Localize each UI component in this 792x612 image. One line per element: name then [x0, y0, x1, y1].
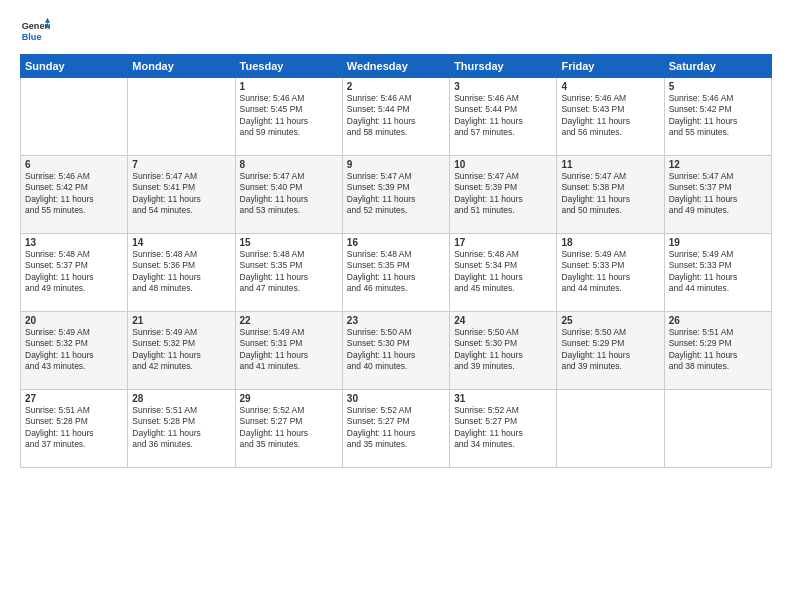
cell-content: Sunrise: 5:50 AM Sunset: 5:30 PM Dayligh…: [347, 327, 445, 373]
calendar-cell: 18Sunrise: 5:49 AM Sunset: 5:33 PM Dayli…: [557, 234, 664, 312]
calendar-week-3: 13Sunrise: 5:48 AM Sunset: 5:37 PM Dayli…: [21, 234, 772, 312]
calendar-cell: [664, 390, 771, 468]
cell-content: Sunrise: 5:46 AM Sunset: 5:43 PM Dayligh…: [561, 93, 659, 139]
cell-content: Sunrise: 5:48 AM Sunset: 5:35 PM Dayligh…: [240, 249, 338, 295]
cell-content: Sunrise: 5:47 AM Sunset: 5:39 PM Dayligh…: [347, 171, 445, 217]
cell-content: Sunrise: 5:49 AM Sunset: 5:32 PM Dayligh…: [25, 327, 123, 373]
day-number: 10: [454, 159, 552, 170]
day-number: 13: [25, 237, 123, 248]
calendar-cell: 28Sunrise: 5:51 AM Sunset: 5:28 PM Dayli…: [128, 390, 235, 468]
calendar-cell: 30Sunrise: 5:52 AM Sunset: 5:27 PM Dayli…: [342, 390, 449, 468]
calendar-cell: 2Sunrise: 5:46 AM Sunset: 5:44 PM Daylig…: [342, 78, 449, 156]
weekday-header-friday: Friday: [557, 55, 664, 78]
cell-content: Sunrise: 5:49 AM Sunset: 5:33 PM Dayligh…: [669, 249, 767, 295]
cell-content: Sunrise: 5:46 AM Sunset: 5:45 PM Dayligh…: [240, 93, 338, 139]
cell-content: Sunrise: 5:47 AM Sunset: 5:38 PM Dayligh…: [561, 171, 659, 217]
calendar-cell: 15Sunrise: 5:48 AM Sunset: 5:35 PM Dayli…: [235, 234, 342, 312]
day-number: 3: [454, 81, 552, 92]
day-number: 18: [561, 237, 659, 248]
calendar-cell: 21Sunrise: 5:49 AM Sunset: 5:32 PM Dayli…: [128, 312, 235, 390]
svg-marker-3: [45, 18, 50, 23]
day-number: 16: [347, 237, 445, 248]
day-number: 15: [240, 237, 338, 248]
weekday-header-thursday: Thursday: [450, 55, 557, 78]
cell-content: Sunrise: 5:50 AM Sunset: 5:30 PM Dayligh…: [454, 327, 552, 373]
day-number: 7: [132, 159, 230, 170]
calendar-week-5: 27Sunrise: 5:51 AM Sunset: 5:28 PM Dayli…: [21, 390, 772, 468]
calendar-cell: 4Sunrise: 5:46 AM Sunset: 5:43 PM Daylig…: [557, 78, 664, 156]
cell-content: Sunrise: 5:52 AM Sunset: 5:27 PM Dayligh…: [347, 405, 445, 451]
cell-content: Sunrise: 5:50 AM Sunset: 5:29 PM Dayligh…: [561, 327, 659, 373]
cell-content: Sunrise: 5:48 AM Sunset: 5:37 PM Dayligh…: [25, 249, 123, 295]
day-number: 1: [240, 81, 338, 92]
page-header: General Blue: [20, 16, 772, 46]
cell-content: Sunrise: 5:48 AM Sunset: 5:35 PM Dayligh…: [347, 249, 445, 295]
day-number: 31: [454, 393, 552, 404]
weekday-header-wednesday: Wednesday: [342, 55, 449, 78]
day-number: 14: [132, 237, 230, 248]
day-number: 25: [561, 315, 659, 326]
calendar-cell: 14Sunrise: 5:48 AM Sunset: 5:36 PM Dayli…: [128, 234, 235, 312]
calendar-cell: 10Sunrise: 5:47 AM Sunset: 5:39 PM Dayli…: [450, 156, 557, 234]
cell-content: Sunrise: 5:49 AM Sunset: 5:31 PM Dayligh…: [240, 327, 338, 373]
day-number: 19: [669, 237, 767, 248]
cell-content: Sunrise: 5:47 AM Sunset: 5:41 PM Dayligh…: [132, 171, 230, 217]
calendar-week-1: 1Sunrise: 5:46 AM Sunset: 5:45 PM Daylig…: [21, 78, 772, 156]
cell-content: Sunrise: 5:51 AM Sunset: 5:28 PM Dayligh…: [25, 405, 123, 451]
day-number: 11: [561, 159, 659, 170]
calendar-table: SundayMondayTuesdayWednesdayThursdayFrid…: [20, 54, 772, 468]
day-number: 26: [669, 315, 767, 326]
weekday-header-saturday: Saturday: [664, 55, 771, 78]
logo: General Blue: [20, 16, 50, 46]
day-number: 21: [132, 315, 230, 326]
calendar-cell: [21, 78, 128, 156]
header-row: SundayMondayTuesdayWednesdayThursdayFrid…: [21, 55, 772, 78]
cell-content: Sunrise: 5:51 AM Sunset: 5:29 PM Dayligh…: [669, 327, 767, 373]
calendar-header: SundayMondayTuesdayWednesdayThursdayFrid…: [21, 55, 772, 78]
day-number: 24: [454, 315, 552, 326]
cell-content: Sunrise: 5:52 AM Sunset: 5:27 PM Dayligh…: [454, 405, 552, 451]
cell-content: Sunrise: 5:48 AM Sunset: 5:36 PM Dayligh…: [132, 249, 230, 295]
weekday-header-sunday: Sunday: [21, 55, 128, 78]
cell-content: Sunrise: 5:47 AM Sunset: 5:37 PM Dayligh…: [669, 171, 767, 217]
cell-content: Sunrise: 5:46 AM Sunset: 5:42 PM Dayligh…: [25, 171, 123, 217]
cell-content: Sunrise: 5:47 AM Sunset: 5:40 PM Dayligh…: [240, 171, 338, 217]
calendar-cell: 17Sunrise: 5:48 AM Sunset: 5:34 PM Dayli…: [450, 234, 557, 312]
calendar-cell: 22Sunrise: 5:49 AM Sunset: 5:31 PM Dayli…: [235, 312, 342, 390]
cell-content: Sunrise: 5:49 AM Sunset: 5:32 PM Dayligh…: [132, 327, 230, 373]
day-number: 8: [240, 159, 338, 170]
calendar-cell: 26Sunrise: 5:51 AM Sunset: 5:29 PM Dayli…: [664, 312, 771, 390]
cell-content: Sunrise: 5:46 AM Sunset: 5:44 PM Dayligh…: [347, 93, 445, 139]
day-number: 27: [25, 393, 123, 404]
calendar-cell: [128, 78, 235, 156]
day-number: 9: [347, 159, 445, 170]
calendar-cell: 16Sunrise: 5:48 AM Sunset: 5:35 PM Dayli…: [342, 234, 449, 312]
calendar-cell: [557, 390, 664, 468]
calendar-cell: 7Sunrise: 5:47 AM Sunset: 5:41 PM Daylig…: [128, 156, 235, 234]
calendar-week-2: 6Sunrise: 5:46 AM Sunset: 5:42 PM Daylig…: [21, 156, 772, 234]
cell-content: Sunrise: 5:47 AM Sunset: 5:39 PM Dayligh…: [454, 171, 552, 217]
weekday-header-tuesday: Tuesday: [235, 55, 342, 78]
day-number: 4: [561, 81, 659, 92]
calendar-cell: 31Sunrise: 5:52 AM Sunset: 5:27 PM Dayli…: [450, 390, 557, 468]
calendar-cell: 25Sunrise: 5:50 AM Sunset: 5:29 PM Dayli…: [557, 312, 664, 390]
cell-content: Sunrise: 5:48 AM Sunset: 5:34 PM Dayligh…: [454, 249, 552, 295]
day-number: 2: [347, 81, 445, 92]
page: General Blue SundayMondayTuesdayWednesda…: [0, 0, 792, 612]
day-number: 29: [240, 393, 338, 404]
calendar-cell: 12Sunrise: 5:47 AM Sunset: 5:37 PM Dayli…: [664, 156, 771, 234]
cell-content: Sunrise: 5:46 AM Sunset: 5:44 PM Dayligh…: [454, 93, 552, 139]
day-number: 17: [454, 237, 552, 248]
day-number: 28: [132, 393, 230, 404]
calendar-cell: 5Sunrise: 5:46 AM Sunset: 5:42 PM Daylig…: [664, 78, 771, 156]
calendar-cell: 27Sunrise: 5:51 AM Sunset: 5:28 PM Dayli…: [21, 390, 128, 468]
calendar-cell: 23Sunrise: 5:50 AM Sunset: 5:30 PM Dayli…: [342, 312, 449, 390]
logo-icon: General Blue: [20, 16, 50, 46]
day-number: 5: [669, 81, 767, 92]
calendar-cell: 8Sunrise: 5:47 AM Sunset: 5:40 PM Daylig…: [235, 156, 342, 234]
day-number: 30: [347, 393, 445, 404]
day-number: 12: [669, 159, 767, 170]
day-number: 6: [25, 159, 123, 170]
day-number: 23: [347, 315, 445, 326]
calendar-cell: 6Sunrise: 5:46 AM Sunset: 5:42 PM Daylig…: [21, 156, 128, 234]
